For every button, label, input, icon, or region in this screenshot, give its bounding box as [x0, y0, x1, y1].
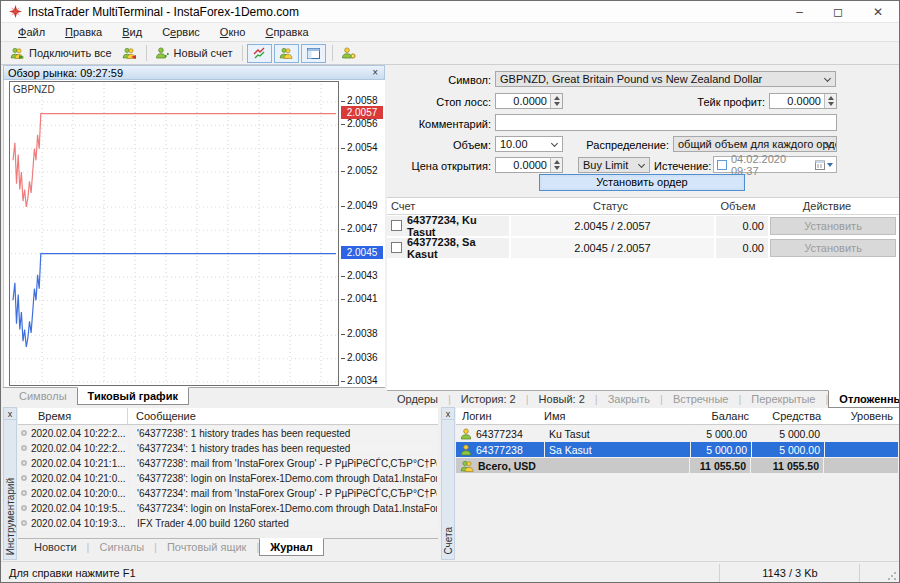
- journal-time-cell: 2020.02.04 10:20:0...: [18, 486, 128, 500]
- journal-row[interactable]: 2020.02.04 10:20:0... '64377234': mail f…: [18, 486, 438, 501]
- price-tick-label: 2.0047: [347, 223, 378, 234]
- layout-toggle-button[interactable]: [301, 44, 326, 63]
- open-price-stepper[interactable]: 0.0000: [495, 157, 563, 173]
- expiration-datepicker[interactable]: 04.02.2020 09:37: [713, 156, 837, 173]
- order-row[interactable]: 64377234, Ku Tasut 2.0045 / 2.0057 0.00 …: [387, 215, 899, 236]
- journal-row[interactable]: 2020.02.04 10:22:2... '64377234': 1 hist…: [18, 441, 438, 456]
- order-type-combobox[interactable]: Buy Limit: [578, 157, 650, 173]
- spinner-arrows-icon[interactable]: [824, 94, 836, 108]
- tick-dash: [341, 101, 345, 102]
- menu-item-Сервис[interactable]: Сервис: [153, 24, 209, 40]
- status-traffic: 1143 / 3 Kb: [725, 567, 855, 579]
- tick-dash: [341, 299, 345, 300]
- tab-История: 2[interactable]: История: 2: [451, 391, 526, 407]
- maximize-button[interactable]: ◻: [833, 5, 843, 19]
- place-button-disabled[interactable]: Установить: [770, 217, 896, 235]
- menu-item-Вид[interactable]: Вид: [113, 24, 151, 40]
- tab-Отложенный[interactable]: Отложенный: [828, 390, 900, 408]
- market-watch-close-icon[interactable]: ×: [370, 67, 380, 78]
- order-checkbox[interactable]: [391, 220, 402, 231]
- chevron-down-icon: [551, 140, 558, 147]
- order-account-cell: 64377238, Sa Kasut: [387, 238, 509, 258]
- chart-symbol-label: GBPNZD: [13, 84, 55, 95]
- accounts-panel-title: Счета: [443, 527, 454, 555]
- tab-Встречные[interactable]: Встречные: [663, 391, 739, 407]
- tab-Перекрытые[interactable]: Перекрытые: [741, 391, 825, 407]
- connect-all-label: Подключить все: [29, 47, 112, 59]
- connect-all-button[interactable]: Подключить все: [5, 45, 117, 61]
- tick-dash: [341, 171, 345, 172]
- take-profit-stepper[interactable]: 0.0000: [769, 93, 837, 109]
- market-watch-header[interactable]: Обзор рынка: 09:27:59 ×: [3, 65, 385, 80]
- price-tick-label: 2.0056: [347, 118, 378, 129]
- new-account-label: Новый счет: [174, 47, 233, 59]
- tab-Новости[interactable]: Новости: [24, 539, 87, 555]
- market-watch-tabs: СимволыТиковый график: [3, 387, 385, 405]
- accounts-close-icon[interactable]: x: [442, 408, 454, 420]
- price-tick-label: 2.0038: [347, 328, 378, 339]
- journal-row[interactable]: 2020.02.04 10:19:5... '64377234': login …: [18, 501, 438, 516]
- tick-dash: [341, 276, 345, 277]
- tick-dash: [341, 334, 345, 335]
- comment-field[interactable]: [495, 114, 837, 131]
- tab-Закрыть[interactable]: Закрыть: [598, 391, 660, 407]
- tab-Символы[interactable]: Символы: [9, 388, 77, 404]
- orders-col-4: Действие: [764, 200, 890, 212]
- volume-combobox[interactable]: 10.00: [495, 136, 563, 152]
- order-row[interactable]: 64377238, Sa Kasut 2.0045 / 2.0057 0.00 …: [387, 237, 899, 258]
- menu-item-Правка[interactable]: Правка: [56, 24, 111, 40]
- accounts-body: 64377234 Ku Tasut 5 000.00 5 000.00 6437…: [456, 426, 899, 474]
- tab-Новый: 2[interactable]: Новый: 2: [529, 391, 595, 407]
- place-button-disabled[interactable]: Установить: [770, 239, 896, 257]
- tab-Журнал[interactable]: Журнал: [259, 538, 323, 556]
- stop-loss-label: Стоп лосс:: [387, 96, 491, 108]
- journal-time-cell: 2020.02.04 10:21:1...: [18, 456, 128, 470]
- new-account-button[interactable]: Новый счет: [151, 45, 238, 61]
- user-settings-button[interactable]: [337, 44, 362, 63]
- journal-row[interactable]: 2020.02.04 10:19:3... IFX Trader 4.00 bu…: [18, 516, 438, 531]
- account-row[interactable]: 64377238 Sa Kasut 5 000.00 5 000.00: [456, 442, 899, 458]
- stop-loss-stepper[interactable]: 0.0000: [495, 93, 563, 109]
- journal-row[interactable]: 2020.02.04 10:21:1... '64377238': mail f…: [18, 456, 438, 471]
- journal-message: '64377238': mail from 'InstaForex Group'…: [129, 456, 437, 470]
- resize-grip[interactable]: [887, 571, 897, 581]
- accounts-toggle-button[interactable]: [274, 44, 299, 63]
- expiration-checkbox[interactable]: [717, 160, 727, 170]
- menu-item-Справка[interactable]: Справка: [256, 24, 317, 40]
- menu-item-Файл[interactable]: Файл: [9, 24, 54, 40]
- ask-line: [13, 114, 336, 207]
- tab-Сигналы[interactable]: Сигналы: [89, 539, 154, 555]
- user-plus-icon: [156, 47, 170, 59]
- account-balance: 5 000.00: [691, 426, 751, 441]
- minimize-button[interactable]: –: [796, 5, 803, 19]
- toolbox-close-icon[interactable]: x: [4, 408, 16, 420]
- symbol-label: Символ:: [387, 74, 491, 86]
- journal-row[interactable]: 2020.02.04 10:22:2... '64377238': 1 hist…: [18, 426, 438, 441]
- journal-row[interactable]: 2020.02.04 10:21:0... '64377238': login …: [18, 471, 438, 486]
- users-disconnect-icon: [122, 47, 137, 59]
- disconnect-all-button[interactable]: [117, 45, 142, 61]
- price-tick-label: 2.0034: [347, 375, 378, 386]
- calendar-icon[interactable]: [815, 160, 825, 170]
- account-row[interactable]: 64377234 Ku Tasut 5 000.00 5 000.00: [456, 426, 899, 442]
- journal-body: 2020.02.04 10:22:2... '64377238': 1 hist…: [18, 426, 438, 531]
- place-order-button[interactable]: Установить ордер: [539, 174, 745, 191]
- journal-message: '64377234': 1 history trades has been re…: [129, 441, 437, 455]
- spinner-arrows-icon[interactable]: [550, 94, 562, 108]
- open-price-value: 0.0000: [496, 158, 550, 172]
- tab-Ордеры[interactable]: Ордеры: [387, 391, 448, 407]
- journal-time-cell: 2020.02.04 10:21:0...: [18, 471, 128, 485]
- tick-chart[interactable]: GBPNZD: [9, 81, 339, 386]
- order-action-cell: Установить: [770, 216, 896, 236]
- spinner-arrows-icon[interactable]: [550, 158, 562, 172]
- symbols-toggle-button[interactable]: [247, 44, 272, 63]
- symbol-combobox[interactable]: GBPNZD, Great Britain Pound vs New Zeala…: [495, 71, 836, 87]
- tab-Почтовый ящик[interactable]: Почтовый ящик: [157, 539, 256, 555]
- order-checkbox[interactable]: [391, 242, 402, 253]
- distribution-combobox[interactable]: общий объем для каждого ордера: [673, 136, 837, 152]
- menu-item-Окно[interactable]: Окно: [211, 24, 255, 40]
- account-equity: 5 000.00: [752, 426, 824, 441]
- tab-Тиковый график[interactable]: Тиковый график: [77, 387, 189, 405]
- accounts-col-name: Имя: [544, 410, 689, 422]
- close-button[interactable]: ✕: [873, 5, 883, 19]
